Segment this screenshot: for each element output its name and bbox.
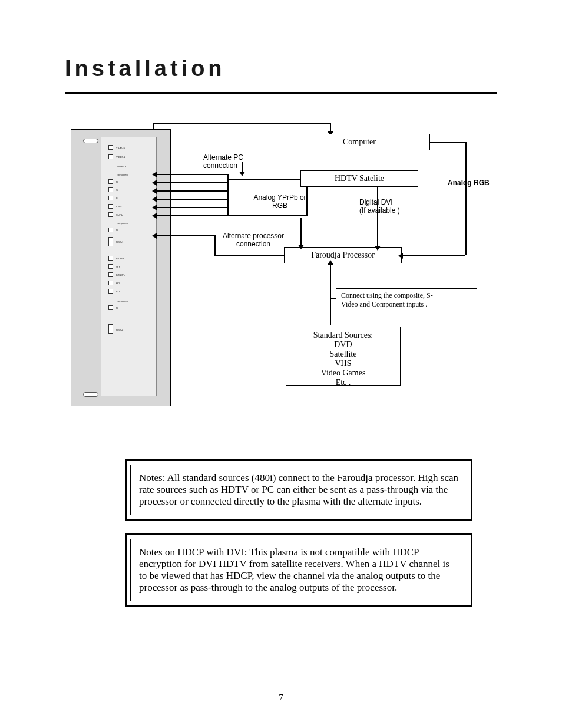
port-crpr: Cr/Pr [108,203,156,209]
line [214,255,284,256]
port-g: G [108,187,156,193]
arrow-left-icon [157,235,214,236]
port-vd: VD [108,288,156,294]
label-alt-pc: Alternate PC connection [203,154,268,170]
node-connect-note: Connect using the composite, S- Video an… [336,288,477,309]
arrow-up-icon [330,265,331,325]
port-r1: R [108,179,156,185]
arrow-down-icon [242,162,243,172]
line [306,187,308,216]
port-r2: R [108,227,156,233]
line [331,298,336,299]
title-rule [65,92,497,94]
port-rgb1: RGB-1 [108,239,156,245]
sources-line: Video Games [291,368,395,378]
connection-diagram: VIDEO-1 VIDEO-2 VIDEO-3 component R G B … [65,123,501,442]
line [227,179,300,180]
arrow-left-icon [157,199,227,200]
port-hd: HD [108,280,156,286]
notes-box-1: Notes: All standard sources (480i) conne… [125,459,472,521]
connect-note-line2: Video and Component inputs . [341,300,472,309]
node-computer: Computer [289,134,430,150]
port-gy: G/Y [108,263,156,269]
node-sources: Standard Sources: DVD Satellite VHS Vide… [286,327,401,386]
line [227,215,306,216]
node-hdtv: HDTV Satelite [300,170,418,187]
notes-1-text: Notes: All standard sources (480i) conne… [130,465,467,515]
line [465,142,467,255]
panel-inner: VIDEO-1 VIDEO-2 VIDEO-3 component R G B … [101,137,157,396]
port-video3: VIDEO-3 [108,163,156,169]
port-rgb2: RGB-2 [108,326,156,332]
line [153,123,330,124]
arrow-down-icon [300,218,302,245]
port-rcrpr: R/Cr/Pr [108,255,156,261]
sources-line: Etc . [291,378,395,387]
arrow-left-icon [157,174,227,175]
port-component2: component [108,220,156,226]
notes-2-text: Notes on HDCP with DVI: This plasma is n… [130,539,467,601]
page-title: Installation [65,56,497,81]
notes-box-2: Notes on HDCP with DVI: This plasma is n… [125,533,472,607]
port-component1: component [108,172,156,177]
arrow-down-icon [377,187,378,246]
arrow-left-icon [403,255,465,256]
label-analog-rgb: Analog RGB [448,179,490,187]
page-number: 7 [0,693,562,703]
arrow-left-icon [157,207,227,208]
connect-note-line1: Connect using the composite, S- [341,291,472,300]
arrow-left-icon [157,190,227,192]
label-alt-proc: Alternate processor connection [212,232,295,249]
panel-top-connector [83,139,98,143]
port-r3: R [108,305,156,311]
sources-line: DVD [291,340,395,350]
arrow-left-icon [157,215,227,216]
sources-heading: Standard Sources: [291,331,395,340]
port-video2: VIDEO-2 [108,154,156,160]
plasma-rear-panel: VIDEO-1 VIDEO-2 VIDEO-3 component R G B … [71,129,171,406]
panel-bottom-connector [83,392,98,397]
sources-line: VHS [291,359,395,368]
sources-line: Satellite [291,350,395,359]
arrow-down-icon [330,123,331,131]
node-faroudja: Faroudja Processor [284,247,402,263]
port-bcbpb: B/Cb/Pb [108,272,156,278]
port-component3: component [108,298,156,304]
arrow-left-icon [157,182,227,183]
line [227,174,229,216]
label-digital-dvi: Digital DVI (If available ) [359,199,415,215]
line [430,142,465,143]
port-cbpb: Cb/Pb [108,212,156,218]
port-video1: VIDEO-1 [108,144,156,150]
port-b: B [108,195,156,201]
